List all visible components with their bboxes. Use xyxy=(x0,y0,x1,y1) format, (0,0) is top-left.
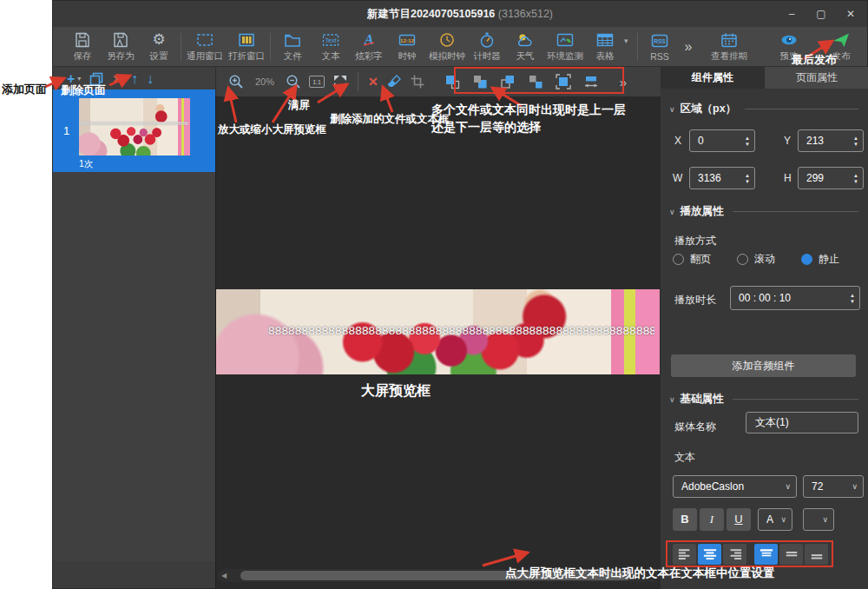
spin-down-icon[interactable]: ▼ xyxy=(745,142,750,147)
h-input[interactable]: 299 ▲▼ xyxy=(798,167,864,189)
y-input[interactable]: 213 ▲▼ xyxy=(798,129,864,152)
screen-preview-frame[interactable]: 8888888888888888888888888888888888888888… xyxy=(216,289,660,374)
spin-down-icon[interactable]: ▼ xyxy=(853,142,858,147)
close-button[interactable]: ✕ xyxy=(839,4,862,23)
region-section-header[interactable]: ∨ 区域（px） xyxy=(669,102,858,116)
save-button[interactable]: 保存 xyxy=(63,31,102,63)
duration-input[interactable]: 00 : 00 : 10 ▲▼ xyxy=(730,286,860,310)
page-list-item[interactable]: 1 88888888888888888888888888888888888888… xyxy=(53,89,215,172)
delete-item-button[interactable]: ✕ xyxy=(368,75,378,89)
radio-static[interactable]: 静止 xyxy=(801,252,839,267)
bring-forward-icon[interactable] xyxy=(499,73,516,90)
colorful-text-button[interactable]: A 炫彩字 xyxy=(350,31,388,63)
clear-brush-icon[interactable] xyxy=(386,74,402,89)
delete-page-button[interactable]: ✕ xyxy=(112,71,122,87)
radio-scroll[interactable]: 滚动 xyxy=(737,252,775,267)
w-spin-buttons[interactable]: ▲▼ xyxy=(740,168,754,189)
weather-button[interactable]: 天气 xyxy=(506,31,544,63)
svg-text:RSS: RSS xyxy=(654,37,666,43)
add-audio-button[interactable]: 添加音频组件 xyxy=(671,354,856,377)
scrollbar-left-arrow-icon[interactable]: ◀ xyxy=(221,572,227,579)
bold-button[interactable]: B xyxy=(673,508,697,531)
font-size-select[interactable]: 72 ∨ xyxy=(803,475,864,498)
tab-component-properties[interactable]: 组件属性 xyxy=(661,67,765,89)
add-page-button[interactable]: + xyxy=(67,71,75,87)
preview-text-overlay[interactable]: 8888888888888888888888888888888888888888… xyxy=(268,324,654,337)
italic-button[interactable]: I xyxy=(700,508,724,531)
duration-spin-buttons[interactable]: ▲▼ xyxy=(845,287,859,309)
valign-middle-button[interactable] xyxy=(779,544,803,565)
font-color-select[interactable]: A ∨ xyxy=(758,508,792,531)
font-family-select[interactable]: AdobeCaslon ∨ xyxy=(673,475,797,498)
background-color-select[interactable]: ∨ xyxy=(803,508,834,531)
x-input[interactable]: 0 ▲▼ xyxy=(689,129,755,152)
general-window-button[interactable]: 通用窗口 xyxy=(184,31,226,63)
zoom-level-value: 20% xyxy=(252,76,278,87)
region-section-title: 区域（px） xyxy=(681,102,737,116)
underline-button[interactable]: U xyxy=(727,508,751,531)
fit-screen-icon[interactable] xyxy=(332,74,348,89)
save-as-label: 另存为 xyxy=(107,50,135,63)
table-button[interactable]: 表格 xyxy=(586,31,624,63)
settings-button[interactable]: ⚙ 设置 xyxy=(140,31,178,63)
fill-frame-icon[interactable] xyxy=(555,73,572,90)
canvas-toolbar-overflow-chevron[interactable]: » xyxy=(620,75,627,89)
valign-bottom-button[interactable] xyxy=(805,544,828,565)
playback-section-header[interactable]: ∨ 播放属性 xyxy=(669,204,858,219)
spin-up-icon[interactable]: ▲ xyxy=(850,293,855,298)
x-spin-buttons[interactable]: ▲▼ xyxy=(740,130,754,151)
tab-page-properties[interactable]: 页面属性 xyxy=(765,67,868,89)
crop-icon[interactable] xyxy=(410,74,425,89)
spin-down-icon[interactable]: ▼ xyxy=(850,299,855,304)
send-backward-icon[interactable] xyxy=(527,73,544,90)
maximize-button[interactable]: ▢ xyxy=(810,4,832,23)
minimize-button[interactable]: – xyxy=(780,4,803,23)
spin-up-icon[interactable]: ▲ xyxy=(745,136,750,141)
environment-monitor-button[interactable]: 环境监测 xyxy=(544,31,586,63)
publish-button[interactable]: 发布 xyxy=(822,31,860,63)
fold-window-label: 打折窗口 xyxy=(228,50,265,63)
zoom-in-icon[interactable] xyxy=(228,74,244,89)
rss-button[interactable]: RSS RSS xyxy=(641,32,679,62)
send-to-back-icon[interactable] xyxy=(471,73,489,90)
h-spin-buttons[interactable]: ▲▼ xyxy=(849,168,863,189)
view-schedule-button[interactable]: 查看排期 xyxy=(706,31,753,63)
y-spin-buttons[interactable]: ▲▼ xyxy=(849,130,863,151)
table-dropdown-caret-icon[interactable]: ▾ xyxy=(624,36,635,45)
fold-window-button[interactable]: 打折窗口 xyxy=(226,31,267,63)
toolbar-overflow-chevron[interactable]: » xyxy=(679,39,698,55)
bring-to-front-icon[interactable] xyxy=(444,73,461,90)
save-as-button[interactable]: 另存为 xyxy=(102,31,140,63)
file-button[interactable]: 文件 xyxy=(273,31,312,63)
radio-flip[interactable]: 翻页 xyxy=(673,252,711,267)
spin-down-icon[interactable]: ▼ xyxy=(853,179,858,184)
align-right-button[interactable] xyxy=(723,544,746,565)
move-page-up-icon[interactable]: ↑ xyxy=(131,71,138,87)
preview-button[interactable]: 预览 xyxy=(770,31,808,63)
zoom-out-icon[interactable] xyxy=(286,74,301,89)
actual-size-button[interactable]: 1:1 xyxy=(309,76,325,88)
scrollbar-thumb[interactable] xyxy=(240,571,631,580)
w-input[interactable]: 3136 ▲▼ xyxy=(689,167,755,189)
horizontal-scrollbar[interactable]: ◀ xyxy=(218,569,659,582)
digital-clock-button[interactable]: 12:12 时钟 xyxy=(388,31,426,63)
align-center-button[interactable] xyxy=(698,544,721,565)
spin-up-icon[interactable]: ▲ xyxy=(745,173,750,178)
table-icon xyxy=(595,31,615,49)
digital-clock-icon: 12:12 xyxy=(398,31,417,49)
analog-clock-button[interactable]: 模拟时钟 xyxy=(426,31,468,63)
spin-up-icon[interactable]: ▲ xyxy=(853,136,858,141)
stretch-width-icon[interactable] xyxy=(582,73,600,90)
move-page-down-icon[interactable]: ↓ xyxy=(147,71,154,87)
timer-button[interactable]: 计时器 xyxy=(468,31,506,63)
text-button[interactable]: Text 文本 xyxy=(312,31,350,63)
valign-top-button[interactable] xyxy=(754,544,778,565)
align-left-button[interactable] xyxy=(673,544,696,565)
basic-section-header[interactable]: ∨ 基础属性 xyxy=(669,392,858,407)
canvas-area[interactable]: 8888888888888888888888888888888888888888… xyxy=(215,96,661,589)
media-name-input[interactable]: 文本(1) xyxy=(746,412,858,433)
add-page-caret-icon[interactable]: ▾ xyxy=(77,75,81,83)
spin-up-icon[interactable]: ▲ xyxy=(853,173,858,178)
duplicate-page-icon[interactable] xyxy=(89,72,103,86)
spin-down-icon[interactable]: ▼ xyxy=(745,179,750,184)
